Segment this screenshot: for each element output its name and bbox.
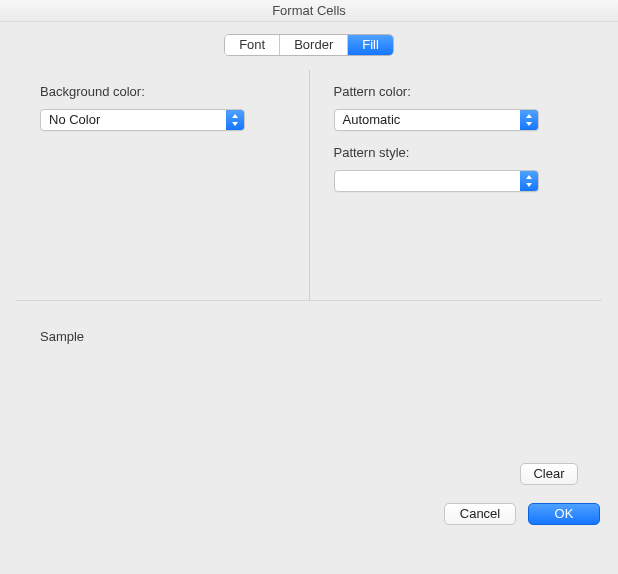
background-color-value: No Color [41, 110, 226, 130]
background-color-dropdown[interactable]: No Color [40, 109, 245, 131]
tab-font[interactable]: Font [225, 35, 280, 55]
background-color-group: Background color: No Color [16, 70, 309, 300]
pattern-style-dropdown[interactable] [334, 170, 539, 192]
background-color-label: Background color: [40, 84, 285, 99]
chevron-up-down-icon [520, 171, 538, 191]
pattern-group: Pattern color: Automatic Pattern style: [310, 70, 603, 300]
ok-button[interactable]: OK [528, 503, 600, 525]
window-title: Format Cells [0, 0, 618, 22]
tab-border[interactable]: Border [280, 35, 348, 55]
fill-panel: Font Border Fill Background color: No Co… [16, 34, 602, 501]
tab-bar: Font Border Fill [16, 34, 602, 56]
cancel-button[interactable]: Cancel [444, 503, 516, 525]
tab-segmented-control: Font Border Fill [224, 34, 394, 56]
pattern-color-value: Automatic [335, 110, 520, 130]
chevron-up-down-icon [226, 110, 244, 130]
pattern-color-label: Pattern color: [334, 84, 579, 99]
pattern-style-value [335, 171, 520, 191]
sample-area: Sample [16, 315, 602, 463]
horizontal-divider [16, 300, 602, 301]
chevron-up-down-icon [520, 110, 538, 130]
fill-columns: Background color: No Color Pattern color… [16, 70, 602, 300]
sample-label: Sample [40, 329, 578, 344]
pattern-color-dropdown[interactable]: Automatic [334, 109, 539, 131]
tab-fill[interactable]: Fill [348, 35, 393, 55]
dialog-footer: Cancel OK [0, 501, 618, 525]
clear-button[interactable]: Clear [520, 463, 578, 485]
pattern-style-label: Pattern style: [334, 145, 579, 160]
